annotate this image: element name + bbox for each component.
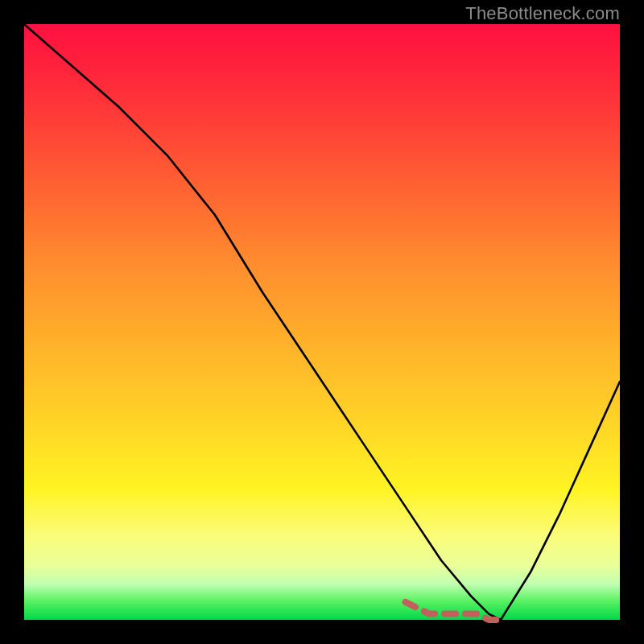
chart-frame: TheBottleneck.com xyxy=(0,0,644,644)
chart-overlay xyxy=(24,24,620,620)
bottleneck-curve xyxy=(24,24,620,620)
watermark-text: TheBottleneck.com xyxy=(465,3,620,24)
